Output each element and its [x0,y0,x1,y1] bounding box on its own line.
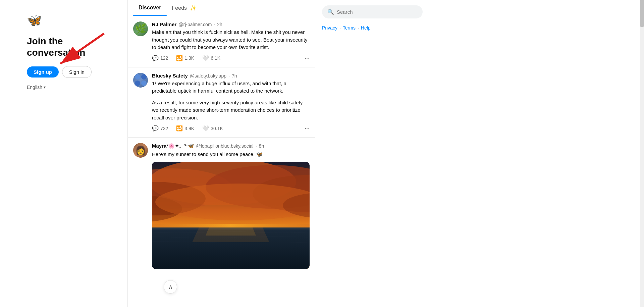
scroll-to-top-button[interactable]: ∧ [164,280,177,294]
post-timestamp: 8h [259,143,264,149]
svg-line-1 [60,34,104,64]
comment-action[interactable]: 💬 732 [152,125,168,132]
repost-count: 3.9K [184,126,194,131]
post-author: Bluesky Safety [152,73,188,79]
more-options-button[interactable]: ··· [305,55,310,62]
post-handle: @lepapillonblue.bsky.social [196,143,254,149]
chevron-down-icon: ▾ [44,85,46,90]
language-label: English [27,85,42,90]
post-author: Mayra°🌸✦。°·🦋 [152,143,194,149]
post-header: Bluesky Safety @safety.bsky.app · 7h [152,73,310,79]
post-item: Bluesky Safety @safety.bsky.app · 7h 1/ … [128,67,315,138]
like-action[interactable]: 🤍 30.1K [202,125,223,132]
footer-links: Privacy · Terms · Help [322,25,423,31]
avatar: 👩 [133,143,148,158]
annotation-arrow [50,30,111,74]
post-text: 1/ We're experiencing a huge influx of u… [152,80,310,122]
search-box[interactable]: 🔍 [322,5,423,18]
tabs-bar: Discover Feeds ✨ [128,0,315,16]
post-content: RJ Palmer @rj-palmer.com · 2h Make art t… [152,21,310,62]
feeds-sparkle-icon: ✨ [190,5,197,11]
post-timestamp: 7h [232,73,237,79]
post-header: RJ Palmer @rj-palmer.com · 2h [152,21,310,27]
scrollbar-thumb[interactable] [640,0,644,27]
post-timestamp: 2h [217,22,222,27]
separator: · [358,25,359,31]
tab-feeds[interactable]: Feeds ✨ [167,0,202,16]
repost-action[interactable]: 🔁 3.9K [176,125,194,132]
more-options-button[interactable]: ··· [305,125,310,132]
terms-link[interactable]: Terms [343,25,356,31]
separator: · [339,25,341,31]
post-time: · [214,22,215,27]
post-actions: 💬 122 🔁 1.3K 🤍 6.1K ··· [152,55,310,62]
like-action[interactable]: 🤍 6.1K [202,55,220,61]
scrollbar-track [640,0,644,307]
post-item: 🌿 RJ Palmer @rj-palmer.com · 2h Make art… [128,16,315,67]
post-text: Make art that you think is fuckin sick a… [152,29,310,51]
post-handle: @rj-palmer.com [178,22,212,27]
comment-count: 732 [160,126,168,131]
comment-icon: 💬 [152,125,159,132]
like-count: 30.1K [211,126,223,131]
post-content: Mayra°🌸✦。°·🦋 @lepapillonblue.bsky.social… [152,143,310,272]
center-feed: Discover Feeds ✨ 🌿 RJ Palmer @rj-palmer.… [127,0,315,307]
post-author: RJ Palmer [152,21,176,27]
comment-icon: 💬 [152,55,159,61]
sunset-image [152,162,310,269]
left-sidebar: 🦋 Join theconversation Sign up Sign in E… [0,0,127,307]
chevron-up-icon: ∧ [168,283,173,291]
search-input[interactable] [337,9,417,15]
post-item: 👩 Mayra°🌸✦。°·🦋 @lepapillonblue.bsky.soci… [128,138,315,278]
like-icon: 🤍 [202,55,209,61]
repost-icon: 🔁 [176,55,183,61]
comment-count: 122 [160,55,168,61]
app-logo: 🦋 [27,13,114,28]
post-actions: 💬 732 🔁 3.9K 🤍 30.1K ··· [152,125,310,132]
repost-action[interactable]: 🔁 1.3K [176,55,194,61]
post-time: · [228,73,230,79]
privacy-link[interactable]: Privacy [322,25,337,31]
safety-avatar-dot [141,74,147,80]
like-count: 6.1K [211,55,220,61]
post-header: Mayra°🌸✦。°·🦋 @lepapillonblue.bsky.social… [152,143,310,149]
safety-avatar-dot [141,81,147,86]
post-handle: @safety.bsky.app [190,73,226,79]
tab-discover[interactable]: Discover [133,0,167,16]
help-link[interactable]: Help [361,25,371,31]
repost-icon: 🔁 [176,125,183,132]
post-image [152,162,310,269]
post-time: · [256,143,257,149]
safety-avatar-dot [135,74,140,80]
post-content: Bluesky Safety @safety.bsky.app · 7h 1/ … [152,73,310,132]
search-icon: 🔍 [327,9,334,15]
comment-action[interactable]: 💬 122 [152,55,168,61]
post-text: Here's my sunset to send you all some pe… [152,151,310,158]
language-selector[interactable]: English ▾ [27,85,114,90]
avatar: 🌿 [133,21,148,36]
safety-avatar-dot [135,81,140,86]
right-sidebar: 🔍 Privacy · Terms · Help [315,0,429,307]
like-icon: 🤍 [202,125,209,132]
repost-count: 1.3K [184,55,194,61]
avatar [133,73,148,88]
